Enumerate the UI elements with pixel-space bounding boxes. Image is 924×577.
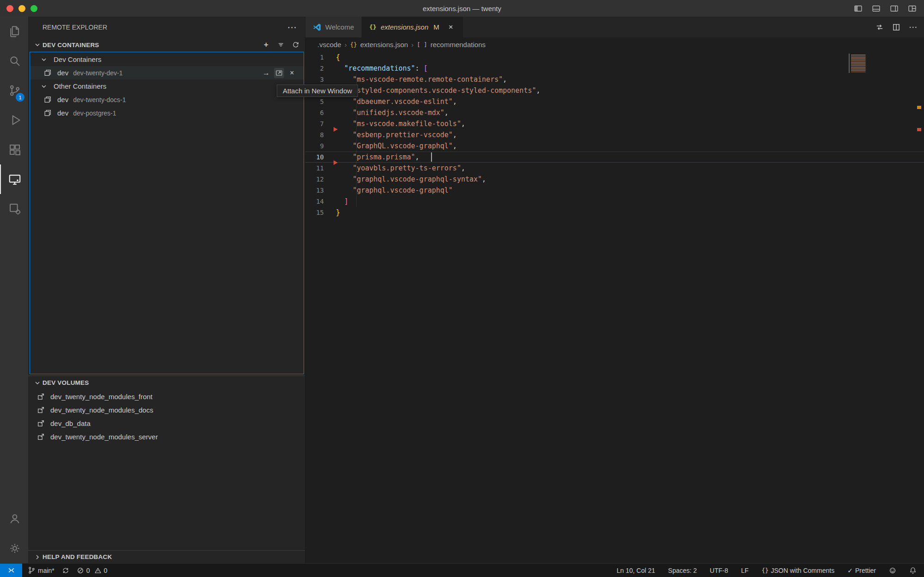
line-number: 8 <box>305 129 336 140</box>
toggle-sidebar-right-icon[interactable] <box>890 4 899 13</box>
code-line[interactable]: 10 "prisma.prisma", <box>305 152 924 163</box>
volume-item[interactable]: dev_twenty_node_modules_server <box>28 430 305 443</box>
customize-layout-icon[interactable] <box>908 4 917 13</box>
close-tab-icon[interactable]: × <box>446 23 456 32</box>
pane-label: HELP AND FEEDBACK <box>43 553 112 560</box>
toggle-panel-icon[interactable] <box>872 4 881 13</box>
code-line[interactable]: 12 "graphql.vscode-graphql-syntax", <box>305 174 924 185</box>
chevron-down-icon <box>34 379 41 387</box>
encoding-item[interactable]: UTF-8 <box>710 567 728 574</box>
tree-group-dev-containers[interactable]: Dev Containers <box>30 53 304 66</box>
line-number: 12 <box>305 174 336 185</box>
remote-explorer-icon[interactable] <box>0 164 28 194</box>
code-line[interactable]: 3 "ms-vscode-remote.remote-containers", <box>305 74 924 85</box>
search-icon[interactable] <box>0 46 28 76</box>
line-number: 6 <box>305 107 336 118</box>
run-debug-icon[interactable] <box>0 105 28 135</box>
feedback-icon[interactable] <box>889 567 896 574</box>
attach-container-icon[interactable]: → <box>261 68 271 78</box>
container-desc: dev-twenty-dev-1 <box>73 69 122 77</box>
split-editor-icon[interactable] <box>892 23 900 31</box>
volume-item[interactable]: dev_twenty_node_modules_docs <box>28 403 305 417</box>
code-text: "unifiedjs.vscode-mdx", <box>336 107 924 118</box>
code-editor[interactable]: 1{2 "recommendations": [3 "ms-vscode-rem… <box>305 52 924 563</box>
editor-more-actions-icon[interactable]: ⋯ <box>909 22 918 32</box>
toggle-sidebar-left-icon[interactable] <box>854 4 863 13</box>
git-branch-item[interactable]: main* <box>28 566 55 574</box>
code-text: "graphql.vscode-graphql" <box>336 185 924 196</box>
code-line[interactable]: 8 "esbenp.prettier-vscode", <box>305 129 924 140</box>
code-text: ] <box>336 196 924 207</box>
explorer-icon[interactable] <box>0 17 28 46</box>
formatter-item[interactable]: ✓ Prettier <box>847 567 876 574</box>
code-line[interactable]: 7 "ms-vscode.makefile-tools", <box>305 118 924 129</box>
json-file-icon: {} <box>350 41 357 48</box>
open-changes-icon[interactable] <box>875 23 884 31</box>
remove-container-icon[interactable]: × <box>287 68 297 78</box>
line-number: 3 <box>305 74 336 85</box>
volume-item[interactable]: dev_twenty_node_modules_front <box>28 390 305 403</box>
breadcrumb-file[interactable]: extensions.json <box>360 41 408 49</box>
language-mode-item[interactable]: {} JSON with Comments <box>761 567 834 574</box>
container-item-dev-twenty-docs-1[interactable]: dev dev-twenty-docs-1 <box>30 93 304 106</box>
extensions-icon[interactable] <box>0 135 28 164</box>
accounts-icon[interactable] <box>0 504 28 534</box>
dev-containers-icon[interactable] <box>0 194 28 224</box>
code-line[interactable]: 1{ <box>305 52 924 63</box>
sidebar-more-actions-icon[interactable]: ⋯ <box>287 22 297 33</box>
code-text: "styled-components.vscode-styled-compone… <box>336 85 924 96</box>
container-item-dev-twenty-dev-1[interactable]: dev dev-twenty-dev-1 → × <box>30 66 304 79</box>
tree-group-other-containers[interactable]: Other Containers <box>30 79 304 93</box>
formatter-label: Prettier <box>855 567 876 574</box>
filter-icon[interactable] <box>276 40 286 49</box>
settings-gear-icon[interactable] <box>0 534 28 563</box>
pane-label: DEV CONTAINERS <box>43 42 99 49</box>
code-line[interactable]: 13 "graphql.vscode-graphql" <box>305 185 924 196</box>
volume-item[interactable]: dev_db_data <box>28 417 305 430</box>
attach-new-window-icon[interactable] <box>274 68 284 78</box>
breadcrumb-folder[interactable]: .vscode <box>317 41 341 49</box>
close-window-button[interactable] <box>6 5 13 12</box>
breadcrumb-separator: › <box>345 41 347 49</box>
code-line[interactable]: 11 "yoavbls.pretty-ts-errors", <box>305 163 924 174</box>
minimap[interactable] <box>847 54 870 73</box>
line-number: 7 <box>305 118 336 129</box>
code-line[interactable]: 6 "unifiedjs.vscode-mdx", <box>305 107 924 118</box>
indentation-item[interactable]: Spaces: 2 <box>668 567 697 574</box>
notifications-bell-icon[interactable] <box>909 567 917 574</box>
git-modified-badge: M <box>433 23 439 31</box>
code-line[interactable]: 4 "styled-components.vscode-styled-compo… <box>305 85 924 96</box>
code-text: { <box>336 52 924 63</box>
macos-traffic-lights <box>0 5 37 12</box>
volume-icon <box>37 433 45 441</box>
source-control-icon[interactable]: 1 <box>0 76 28 105</box>
add-container-icon[interactable]: + <box>261 40 271 49</box>
status-bar: main* 0 0 Ln 10, Col 21 Spaces: 2 UTF-8 … <box>0 563 924 577</box>
titlebar-layout-actions <box>854 4 917 13</box>
code-line[interactable]: 5 "dbaeumer.vscode-eslint", <box>305 96 924 107</box>
sync-changes-icon[interactable] <box>62 567 69 574</box>
line-number: 15 <box>305 207 336 218</box>
dev-containers-pane-header[interactable]: DEV CONTAINERS + <box>28 38 305 52</box>
eol-item[interactable]: LF <box>741 567 748 574</box>
json-mode-icon: {} <box>761 567 768 574</box>
tab-welcome[interactable]: Welcome <box>305 17 362 37</box>
container-item-dev-postgres-1[interactable]: dev dev-postgres-1 <box>30 106 304 120</box>
code-line[interactable]: 15} <box>305 207 924 218</box>
volume-label: dev_twenty_node_modules_server <box>50 433 158 441</box>
code-line[interactable]: 9 "GraphQL.vscode-graphql", <box>305 140 924 152</box>
refresh-icon[interactable] <box>291 40 300 49</box>
code-line[interactable]: 14 ] <box>305 196 924 207</box>
problems-item[interactable]: 0 0 <box>77 567 108 574</box>
remote-window-indicator[interactable] <box>0 564 22 577</box>
breadcrumb-separator: › <box>411 41 413 49</box>
help-feedback-pane-header[interactable]: HELP AND FEEDBACK <box>28 550 305 563</box>
zoom-window-button[interactable] <box>30 5 37 12</box>
cursor-position-item[interactable]: Ln 10, Col 21 <box>617 567 655 574</box>
dev-volumes-pane-header[interactable]: DEV VOLUMES <box>28 376 305 389</box>
breadcrumb-symbol[interactable]: recommendations <box>431 41 486 49</box>
line-number: 13 <box>305 185 336 196</box>
tab-extensions-json[interactable]: {} extensions.json M × <box>362 17 463 37</box>
minimize-window-button[interactable] <box>18 5 25 12</box>
code-line[interactable]: 2 "recommendations": [ <box>305 63 924 74</box>
